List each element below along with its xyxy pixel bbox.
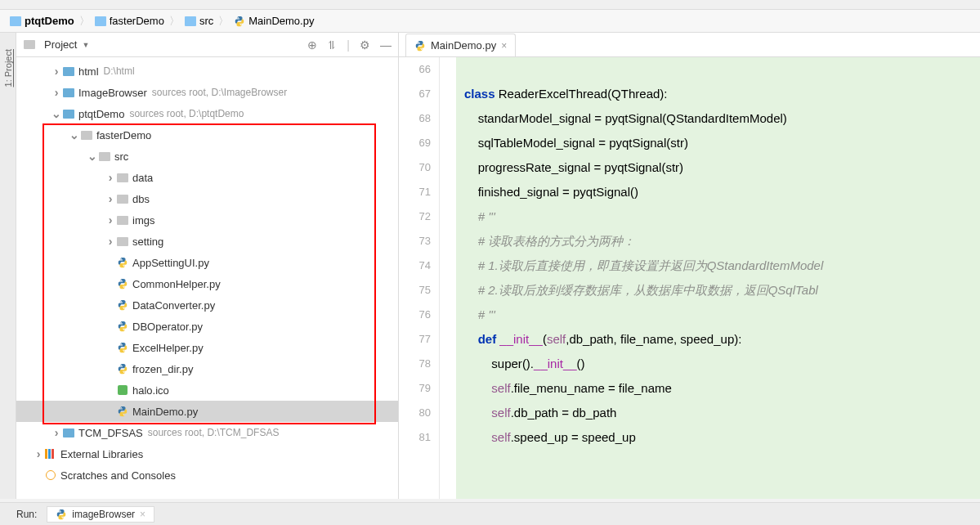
chevron-right-icon[interactable]: › [105,171,116,184]
tree-label: MainDemo.py [132,406,198,418]
chevron-right-icon[interactable]: › [51,426,62,439]
chevron-down-icon[interactable]: ⌄ [69,128,80,141]
line-number: 67 [399,82,431,106]
code-line[interactable]: # 1.读取后直接使用，即直接设置并返回为QStandardItemModel [464,254,980,278]
code-line[interactable]: self.speed_up = speed_up [464,425,980,450]
folder-icon [62,107,75,120]
code-lines[interactable]: class ReaderExcelThread(QThread): standa… [456,57,980,499]
library-icon [44,447,57,460]
collapse-all-icon[interactable]: ⥮ [327,38,337,52]
image-icon [116,384,129,397]
folder-icon [80,128,93,141]
svg-point-10 [121,343,122,344]
project-tree[interactable]: ›htmlD:\html›ImageBrowsersources root, D… [16,57,398,499]
editor-tab-maindemo[interactable]: MainDemo.py × [405,34,516,56]
code-line[interactable]: class ReaderExcelThread(QThread): [464,82,980,106]
tree-row[interactable]: halo.ico [16,379,398,401]
line-number: 79 [399,376,431,401]
close-icon[interactable]: × [140,509,145,520]
gear-icon[interactable]: ⚙ [360,38,370,52]
svg-point-2 [121,258,122,259]
chevron-right-icon[interactable]: › [51,86,62,99]
line-number: 69 [399,131,431,155]
code-line[interactable]: # ''' [464,303,980,327]
tree-row[interactable]: ›dbs [16,188,398,209]
close-icon[interactable]: × [501,40,507,52]
code-line[interactable]: super().__init__() [464,352,980,376]
python-icon [414,40,426,52]
tree-row[interactable]: CommonHelper.py [16,273,398,294]
code-line[interactable]: def __init__(self,db_path, file_name, sp… [464,327,980,352]
python-icon [116,298,129,312]
project-dropdown-icon[interactable]: ▼ [82,41,89,49]
tree-row[interactable]: ›imgs [16,209,398,231]
folder-icon [116,213,129,227]
folder-icon [62,65,75,78]
tree-label: CommonHelper.py [132,278,221,290]
breadcrumb-label: ptqtDemo [25,15,74,27]
svg-point-4 [121,280,122,280]
tree-row[interactable]: ›ImageBrowsersources root, D:\ImageBrows… [16,82,398,103]
tree-label: ExcelHelper.py [132,342,204,354]
breadcrumb-label: src [199,15,213,27]
chevron-right-icon[interactable]: › [105,192,116,205]
folder-icon [185,16,196,26]
tree-row[interactable]: ›setting [16,231,398,252]
tree-row[interactable]: ExcelHelper.py [16,337,398,358]
chevron-right-icon[interactable]: › [51,65,62,78]
code-line[interactable]: # 2.读取后放到缓存数据库，从数据库中取数据，返回QSqlTabl [464,278,980,303]
tree-row[interactable]: Scratches and Consoles [16,464,398,486]
tree-row[interactable]: ⌄fasterDemo [16,124,398,146]
tree-row[interactable]: frozen_dir.py [16,358,398,379]
project-tool-tab[interactable]: 1: Project [3,49,13,87]
breadcrumb-item[interactable]: ptqtDemo [10,15,74,27]
tree-hint: D:\html [104,65,135,77]
tree-label: fasterDemo [96,129,151,141]
breadcrumb-item[interactable]: fasterDemo [95,15,164,27]
locate-icon[interactable]: ⊕ [307,38,317,52]
hide-icon[interactable]: — [380,38,392,52]
svg-point-6 [121,301,122,302]
chevron-right-icon[interactable]: › [33,447,44,460]
line-number: 68 [399,106,431,131]
code-line[interactable]: # ''' [464,204,980,229]
code-line[interactable]: self.db_path = db_path [464,401,980,425]
tree-row[interactable]: ⌄src [16,146,398,167]
breadcrumb-item[interactable]: MainDemo.py [234,15,314,27]
tree-label: External Libraries [60,448,143,460]
tree-row[interactable]: MainDemo.py [16,401,398,422]
tree-row[interactable]: ⌄ptqtDemosources root, D:\ptqtDemo [16,103,398,124]
chevron-down-icon[interactable]: ⌄ [51,107,62,120]
tree-row[interactable]: ›data [16,167,398,188]
tree-row[interactable]: DataConverter.py [16,294,398,316]
tree-row[interactable]: AppSettingUI.py [16,252,398,273]
project-title[interactable]: Project [44,38,77,51]
svg-point-1 [240,24,241,25]
code-line[interactable]: progressRate_signal = pyqtSignal(str) [464,155,980,180]
line-number: 70 [399,155,431,180]
chevron-right-icon[interactable]: › [105,213,116,227]
tree-row[interactable]: ›External Libraries [16,443,398,464]
svg-point-20 [421,48,422,49]
run-label[interactable]: Run: [16,509,37,520]
tree-label: imgs [132,214,154,227]
code-line[interactable]: sqlTableModel_signal = pyqtSignal(str) [464,131,980,155]
code-line[interactable]: finished_signal = pyqtSignal() [464,180,980,204]
code-line[interactable] [464,57,980,82]
folder-icon [62,426,75,439]
breadcrumb-item[interactable]: src [185,15,213,27]
code-line[interactable]: standarModel_signal = pyqtSignal(QStanda… [464,106,980,131]
tree-label: src [114,150,128,163]
run-tab[interactable]: imageBrowser × [47,506,154,523]
code-line[interactable]: self.file_menu_name = file_name [464,376,980,401]
code-line[interactable]: # 读取表格的方式分为两种： [464,229,980,254]
tree-label: setting [132,236,163,248]
line-number: 72 [399,204,431,229]
chevron-right-icon[interactable]: › [105,235,116,248]
tree-row[interactable]: ›TCM_DFSASsources root, D:\TCM_DFSAS [16,422,398,443]
code-editor[interactable]: 66676869707172737475767778798081 class R… [399,57,980,499]
tree-row[interactable]: ›htmlD:\html [16,61,398,82]
chevron-down-icon[interactable]: ⌄ [87,150,98,163]
tree-row[interactable]: DBOperator.py [16,316,398,337]
line-number: 74 [399,254,431,278]
